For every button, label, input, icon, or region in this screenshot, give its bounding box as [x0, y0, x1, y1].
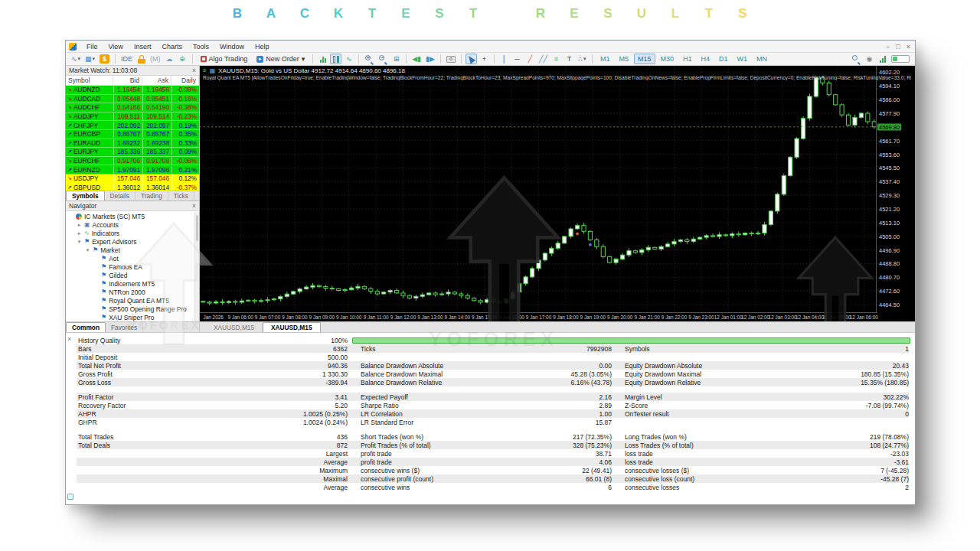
grid-icon[interactable]: ⊞ [390, 54, 402, 64]
chart-menu-icon[interactable]: ≡ [203, 67, 207, 74]
community-icon[interactable]: ⊕ [177, 54, 188, 64]
zoom-in-icon[interactable]: + [363, 54, 375, 64]
lock-icon[interactable] [136, 54, 147, 64]
screenshot-icon[interactable] [445, 54, 457, 64]
timeframe-m30[interactable]: M30 [657, 54, 678, 64]
zoom-out-icon[interactable]: − [377, 54, 389, 64]
tab-favorites[interactable]: Favorites [106, 323, 143, 332]
close-icon[interactable]: × [192, 202, 196, 210]
window-layout-icon[interactable]: ▦▾ [83, 54, 96, 64]
expand-icon[interactable]: ▸ [77, 230, 82, 236]
algo-trading-button[interactable]: Algo Trading [196, 54, 253, 64]
restore-button[interactable]: □ [896, 43, 900, 51]
column-header-symbol[interactable]: Symbol [66, 76, 113, 85]
cloud-icon[interactable]: ☁ [164, 54, 175, 64]
timeframe-h4[interactable]: H4 [697, 54, 714, 64]
tree-item-market[interactable]: ▾⚑Market [66, 246, 199, 254]
menu-file[interactable]: File [81, 42, 103, 51]
ping-indicator[interactable] [890, 54, 911, 64]
text-icon[interactable]: T [564, 54, 575, 64]
timeframe-m1[interactable]: M1 [596, 54, 614, 64]
tree-item-expert-advisors[interactable]: ▾⚑Expert Advisors [66, 237, 199, 246]
close-icon[interactable]: × [192, 67, 196, 74]
symbol-row-audcad[interactable]: ↘AUDCAD0.954480.95451-0.16% [66, 95, 199, 104]
expand-icon[interactable]: ▸ [77, 222, 82, 228]
timeframe-h1[interactable]: H1 [679, 54, 696, 64]
symbol-row-eurjpy[interactable]: ↗EURJPY185.336185.3370.09% [66, 148, 199, 157]
tree-item-xau-sniper-pro[interactable]: ⚑XAU Sniper Pro [66, 313, 199, 321]
autoscroll-icon[interactable]: ◀▮ [410, 54, 423, 64]
chart-tab-0[interactable]: XAUUSD,M15 [206, 323, 263, 332]
tree-item-famous-ea[interactable]: ⚑Famous EA [66, 262, 199, 271]
metaeditor-icon[interactable]: IDE [119, 54, 134, 64]
tab-trading[interactable]: Trading [136, 191, 168, 201]
candlestick-chart[interactable] [200, 66, 877, 312]
tab-common[interactable]: Common [66, 322, 106, 332]
connection-status-icon[interactable] [877, 54, 888, 64]
tree-item-royal-quant-ea-mt5[interactable]: ⚑Royal Quant EA MT5 [66, 296, 199, 305]
expand-icon[interactable]: ▾ [85, 247, 90, 253]
column-header-bid[interactable]: Bid [113, 76, 142, 85]
stats-corner-icon[interactable] [67, 494, 74, 500]
price-axis[interactable]: 4602.204594.104586.004577.904561.704553.… [876, 66, 915, 312]
expand-icon[interactable]: ▾ [77, 239, 82, 245]
tab-details[interactable]: Details [105, 191, 136, 201]
chart-panel[interactable]: ≡ ▦ XAUUSD,M15: Gold vs US Dollar 4912.7… [200, 66, 915, 321]
menu-insert[interactable]: Insert [129, 42, 157, 51]
timeframe-m15[interactable]: M15 [634, 54, 655, 64]
symbol-row-audjpy[interactable]: ↘AUDJPY109.511109.514-0.23% [66, 112, 199, 122]
close-button[interactable]: × [906, 43, 910, 51]
mql-icon[interactable]: (M) [149, 54, 162, 64]
tree-item-indicators[interactable]: ▸∿Indicators [66, 229, 199, 237]
time-axis[interactable]: Jan 20269 Jan 06:009 Jan 07:009 Jan 08:0… [200, 312, 877, 321]
column-header-dailyc[interactable]: Daily C... [172, 76, 199, 85]
vertical-line-icon[interactable]: │ [498, 54, 510, 64]
timeframe-mn[interactable]: MN [753, 54, 771, 64]
menu-tools[interactable]: Tools [188, 42, 214, 51]
symbol-row-eurgbp[interactable]: ↗EURGBP0.867670.867670.35% [66, 130, 199, 139]
fibo-icon[interactable]: ≡ [550, 54, 562, 64]
bar-chart-icon[interactable] [317, 54, 328, 64]
tree-item-indicement-mt5[interactable]: ⚑Indicement MT5 [66, 279, 199, 288]
symbol-row-eurnzd[interactable]: ↗EURNZD1.970911.970980.21% [66, 165, 199, 174]
symbol-row-chfjpy[interactable]: ↗CHFJPY202.092202.0970.19% [66, 121, 199, 130]
symbol-row-euraud[interactable]: ↗EURAUD1.692321.692380.33% [66, 139, 199, 148]
cursor-icon[interactable] [466, 54, 477, 64]
trendline-icon[interactable]: ╱ [524, 54, 536, 64]
tree-item-accounts[interactable]: ▸▣Accounts [66, 220, 199, 229]
tab-symbols[interactable]: Symbols [66, 191, 105, 201]
symbol-row-usdjpy[interactable]: ↘USDJPY157.046157.0460.12% [66, 174, 199, 184]
tree-item-sp500-opening-range-pro[interactable]: ⚑SP500 Opening Range Pro [66, 305, 199, 313]
menu-charts[interactable]: Charts [156, 42, 188, 51]
help-icon[interactable]: ◉ [864, 54, 875, 64]
channel-icon[interactable]: ╱╱ [537, 54, 549, 64]
symbol-row-gbpusd[interactable]: ↗GBPUSD1.360121.36014-0.37% [66, 184, 199, 191]
candlestick-icon[interactable] [330, 54, 341, 64]
tree-item-ic-markets-sc-mt5[interactable]: IC Markets (SC) MT5 [66, 212, 199, 220]
crosshair-icon[interactable]: + [479, 54, 490, 64]
chart-tab-1[interactable]: XAUUSD,M15 [263, 322, 320, 332]
tree-item-ntron-2000[interactable]: ⚑NTRon 2000 [66, 288, 199, 296]
timeframe-d1[interactable]: D1 [715, 54, 732, 64]
tree-item-aot[interactable]: ⚑Aot [66, 254, 199, 262]
funds-icon-wrap[interactable]: $ [98, 54, 111, 64]
horizontal-line-icon[interactable]: ─ [511, 54, 523, 64]
tab-ticks[interactable]: Ticks [168, 191, 194, 201]
line-chart-icon[interactable]: ∿ [343, 54, 354, 64]
minimize-button[interactable]: − [886, 43, 890, 51]
objects-icon[interactable]: ∴▾ [577, 54, 588, 64]
tree-item-gilded[interactable]: ⚑Gilded [66, 271, 199, 279]
symbol-row-audnzd[interactable]: ↘AUDNZD1.164541.16458-0.09% [66, 86, 199, 95]
column-header-ask[interactable]: Ask [142, 76, 172, 85]
new-order-button[interactable]: ▸New Order▾ [252, 54, 309, 64]
close-icon[interactable]: × [67, 335, 71, 343]
navigator-scrollbar[interactable] [194, 212, 199, 321]
menu-view[interactable]: View [103, 42, 129, 51]
timeframe-m5[interactable]: M5 [615, 54, 632, 64]
menu-help[interactable]: Help [250, 42, 275, 51]
chart-shift-icon[interactable]: ▮▶ [424, 54, 436, 64]
funds-icon[interactable]: $ [100, 54, 109, 64]
symbol-row-eurchf[interactable]: ↘EURCHF0.917060.91708-0.06% [66, 157, 199, 166]
menu-window[interactable]: Window [214, 42, 250, 51]
search-icon[interactable] [850, 54, 862, 64]
